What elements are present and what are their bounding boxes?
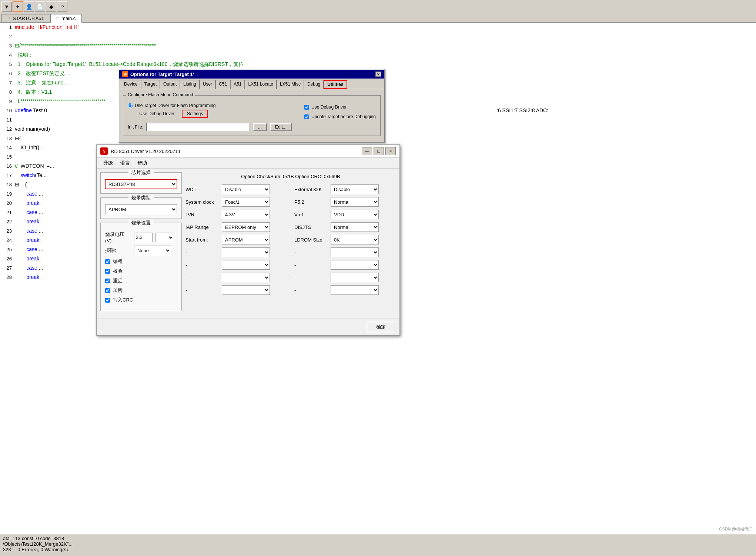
- ext32k-row: External 32K Disable: [294, 184, 396, 194]
- burn-type-row: APROM: [105, 204, 177, 214]
- edit-btn[interactable]: Edit...: [270, 123, 292, 131]
- tab-device[interactable]: Device: [121, 80, 141, 89]
- burn-type-dropdown[interactable]: APROM: [105, 204, 177, 214]
- rd-right-panel: Option CheckSum: 0x1B Option CRC: 0x569B…: [185, 172, 396, 315]
- update-target-cb[interactable]: [304, 114, 309, 119]
- write-crc-cb[interactable]: [105, 298, 110, 303]
- tab-main-c[interactable]: □ main.c: [50, 14, 82, 23]
- tab-c51[interactable]: C51: [215, 80, 230, 89]
- sysclk-select[interactable]: Fosc/1: [222, 197, 270, 207]
- radio-use-target-input[interactable]: [128, 103, 133, 108]
- p52-select[interactable]: Normal: [331, 197, 379, 207]
- csdn-watermark: CSDN @模糊诗汀: [719, 526, 752, 532]
- wdt-select[interactable]: Disable: [222, 184, 270, 194]
- rd-window-buttons: — □ ×: [362, 147, 396, 155]
- voltage-select[interactable]: [155, 233, 174, 242]
- tab-startup[interactable]: □ STARTUP.A51: [1, 14, 50, 22]
- chip-select-dropdown[interactable]: RD8T37P48: [105, 179, 177, 189]
- empty-select-1[interactable]: [222, 247, 270, 257]
- reset-cb[interactable]: [105, 279, 110, 283]
- mainc-tab-label: main.c: [61, 16, 76, 21]
- tab-listing[interactable]: Listing: [180, 80, 200, 89]
- empty-select-5[interactable]: [222, 273, 270, 282]
- erase-dropdown[interactable]: None: [134, 246, 171, 255]
- write-crc-label: 写入CRC: [113, 297, 133, 303]
- menu-help[interactable]: 帮助: [134, 159, 151, 167]
- disjtg-row: DISJTG Normal: [294, 222, 396, 232]
- verify-label: 校验: [113, 268, 123, 274]
- burn-type-group: 烧录类型 APROM: [100, 197, 182, 219]
- dropdown-btn[interactable]: ▼: [1, 1, 12, 12]
- rd-left-panel: 芯片选择 RD8T37P48 烧录类型 APROM 烧录设置: [100, 172, 182, 315]
- startup-tab-label: STARTUP.A51: [13, 16, 44, 21]
- menu-language[interactable]: 语言: [117, 159, 134, 167]
- menu-upgrade[interactable]: 升级: [100, 159, 117, 167]
- sysclk-row: System clock Fosc/1: [185, 197, 287, 207]
- tab-debug[interactable]: Debug: [304, 80, 324, 89]
- use-debug-driver-cb[interactable]: [304, 105, 309, 110]
- disjtg-select[interactable]: Normal: [331, 222, 379, 232]
- wdt-row: WDT Disable: [185, 184, 287, 194]
- empty-row-6: -: [294, 273, 396, 282]
- empty-row-4: -: [294, 260, 396, 270]
- options-dialog-icon: W: [122, 71, 128, 77]
- empty-row-2: -: [294, 247, 396, 257]
- status-line-1: ata=113 const=0 code=3818: [3, 536, 753, 541]
- user-btn[interactable]: 👤: [24, 1, 34, 12]
- browse-btn[interactable]: ...: [253, 123, 267, 131]
- status-line-3: 32K" - 0 Error(s), 0 Warning(s).: [3, 547, 753, 552]
- empty-select-3[interactable]: [222, 260, 270, 270]
- option-header: Option CheckSum: 0x1B Option CRC: 0x569B: [185, 172, 396, 181]
- start-select[interactable]: APROM: [222, 235, 270, 244]
- rd-minimize-btn[interactable]: —: [362, 147, 372, 155]
- program-label: 编程: [113, 258, 123, 265]
- start-label: Start from:: [185, 237, 219, 243]
- verify-row: 校验: [105, 268, 177, 274]
- start-row: Start from: APROM: [185, 235, 287, 244]
- settings-btn[interactable]: Settings: [182, 110, 208, 118]
- voltage-row: 烧录电压(V):: [105, 231, 177, 243]
- tab-a51[interactable]: A51: [230, 80, 245, 89]
- lvr-row: LVR 4.3V: [185, 210, 287, 219]
- rd-close-btn[interactable]: ×: [385, 147, 396, 155]
- tab-utilities[interactable]: Utilities: [324, 80, 347, 89]
- voltage-label: 烧录电压(V):: [105, 231, 131, 243]
- write-crc-row: 写入CRC: [105, 297, 177, 303]
- lvr-select[interactable]: 4.3V: [222, 210, 270, 219]
- options-close-btn[interactable]: ×: [375, 71, 381, 77]
- rd-restore-btn[interactable]: □: [374, 147, 384, 155]
- program-cb[interactable]: [105, 259, 110, 264]
- p52-label: P5.2: [294, 199, 328, 205]
- empty-select-7[interactable]: [222, 285, 270, 295]
- copy-btn[interactable]: 📄: [35, 1, 45, 12]
- tab-lx51locate[interactable]: LX51 Locate: [245, 80, 276, 89]
- options-dialog-title: Options for Target 'Target 1': [130, 71, 194, 77]
- init-file-label: Init File:: [128, 124, 143, 130]
- ldrom-select[interactable]: 0K: [331, 235, 379, 244]
- verify-cb[interactable]: [105, 269, 110, 274]
- rd-dialog: N RD 8051 Driver V1.20 20220711 — □ × 升级…: [96, 144, 400, 336]
- empty-select-4[interactable]: [331, 260, 379, 270]
- ok-btn[interactable]: 确定: [367, 322, 395, 332]
- cursor-btn[interactable]: ✦: [13, 1, 23, 12]
- use-debug-driver-label: Use Debug Driver: [311, 104, 347, 110]
- vref-select[interactable]: VDD: [331, 210, 379, 219]
- encrypt-cb[interactable]: [105, 288, 110, 293]
- ext32k-label: External 32K: [294, 187, 328, 192]
- empty-select-6[interactable]: [331, 273, 379, 282]
- editor-tab-bar: □ STARTUP.A51 □ main.c: [0, 13, 756, 23]
- voltage-input[interactable]: [134, 233, 153, 242]
- init-file-input[interactable]: [146, 123, 250, 131]
- tab-lx51misc[interactable]: LX51 Misc: [277, 80, 304, 89]
- tab-user[interactable]: User: [200, 80, 215, 89]
- tab-target[interactable]: Target: [141, 80, 160, 89]
- chip-select-row: RD8T37P48: [105, 179, 177, 189]
- star-btn[interactable]: ◆: [46, 1, 56, 12]
- iap-select[interactable]: EEPROM only: [222, 222, 270, 232]
- empty-select-2[interactable]: [331, 247, 379, 257]
- wdt-label: WDT: [185, 187, 219, 192]
- empty-select-8[interactable]: [331, 285, 379, 295]
- flag-btn[interactable]: 🏳: [57, 1, 67, 12]
- tab-output[interactable]: Output: [160, 80, 180, 89]
- ext32k-select[interactable]: Disable: [331, 184, 379, 194]
